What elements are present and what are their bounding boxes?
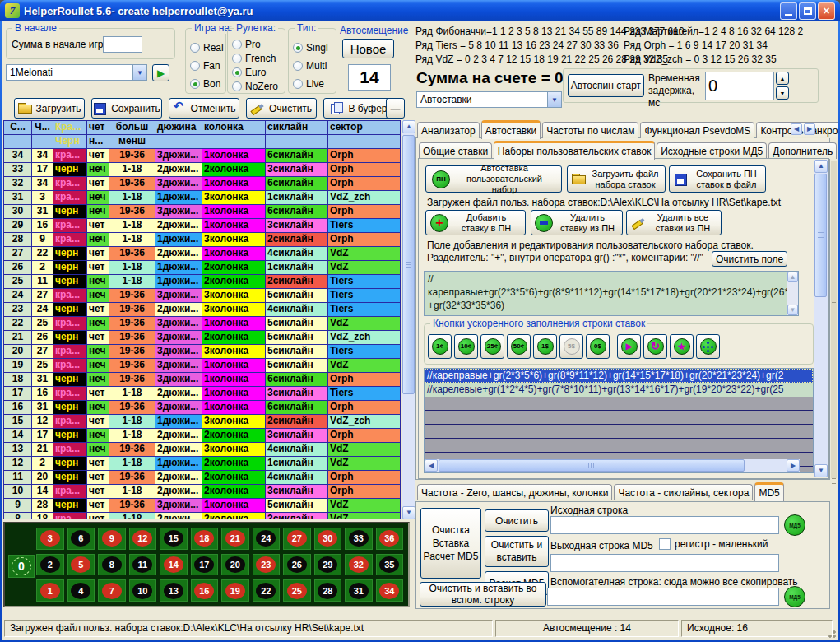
roulette-number-cell[interactable]: 10 (129, 579, 157, 602)
maximize-button[interactable] (799, 2, 816, 20)
checkbox-icon[interactable] (659, 538, 671, 550)
profile-combobox[interactable]: 1Melonati ▼ (6, 64, 147, 81)
table-row[interactable]: 3031черннеч19-363дюжи...1колонка6сиклайн… (4, 205, 401, 219)
scroll-up-icon[interactable]: ▲ (402, 120, 415, 133)
toolbar-button[interactable]: Сохранить (91, 98, 162, 119)
table-row[interactable]: 2225кра...неч19-363дюжи...1колонка5сикла… (4, 317, 401, 331)
list-item-empty[interactable] (425, 411, 813, 425)
md5-icon[interactable]: МД5 (784, 586, 805, 607)
table-row[interactable]: 1631черннеч19-363дюжи...1колонка6сиклайн… (4, 401, 401, 415)
scroll-up-icon[interactable]: ▲ (814, 160, 828, 173)
table-row[interactable]: 1321кра...неч19-362дюжи...3колонка4сикла… (4, 443, 401, 457)
tab[interactable]: Функционал PsevdoMS (640, 122, 754, 138)
autobets-combobox[interactable]: Автоставки ▼ (416, 91, 562, 108)
collapse-button[interactable]: — (386, 98, 405, 119)
quick-action-button[interactable] (696, 334, 720, 359)
coin-button[interactable]: 5$ (559, 334, 583, 359)
roulette-number-cell[interactable]: 21 (221, 528, 249, 550)
table-row[interactable]: 3317черннеч1-182дюжи...2колонка3сиклайнO… (4, 163, 401, 177)
list-item-empty[interactable] (425, 397, 813, 411)
roulette-number-cell[interactable]: 9 (98, 528, 126, 550)
panel-scrollbar-thumb[interactable] (814, 174, 827, 297)
roulette-number-cell[interactable]: 24 (253, 528, 281, 550)
scroll-right-icon[interactable]: ▶ (787, 459, 800, 472)
table-row[interactable]: 1120чернчет19-362дюжи...2колонка4сиклайн… (4, 471, 401, 485)
table-row[interactable]: 289кра...неч1-181дюжи...3колонка2сиклайн… (4, 233, 401, 247)
roulette-number-cell[interactable]: 35 (376, 554, 404, 576)
start-sum-input[interactable] (103, 36, 142, 53)
table-row[interactable]: 2427кра...неч19-363дюжи...3колонка5сикла… (4, 289, 401, 303)
roulette-number-cell[interactable]: 17 (191, 554, 219, 576)
spinner-up-icon[interactable]: ▲ (776, 72, 789, 85)
table-scrollbar[interactable]: ▲ ▼ (402, 120, 415, 519)
quick-action-button[interactable] (670, 334, 694, 359)
coin-button[interactable]: 10¢ (454, 334, 478, 359)
md5-big-button[interactable]: Очистка Вставка Расчет MD5 (420, 508, 481, 579)
md5-aux-input[interactable] (547, 588, 779, 606)
autoshift-new-button[interactable]: Новое (342, 39, 394, 58)
roulette-number-cell[interactable]: 5 (67, 554, 95, 576)
roulette-number-cell[interactable]: 19 (221, 579, 249, 602)
table-row[interactable]: 3234кра...чет19-363дюжи...1колонка6сикла… (4, 177, 401, 191)
table-row[interactable]: 818кра...чет1-182дюжи...3колонка3сиклайн… (4, 513, 401, 519)
scroll-left-icon[interactable]: ◀ (425, 459, 438, 472)
panel-scrollbar[interactable]: ▲ ▼ (814, 160, 828, 477)
radio-option[interactable]: French (232, 53, 285, 64)
roulette-number-cell[interactable]: 33 (345, 528, 373, 550)
tab[interactable]: Общие ставки (419, 142, 492, 159)
roulette-number-cell[interactable]: 2 (36, 554, 64, 576)
table-row[interactable]: 2511черннеч1-181дюжи...2колонка2сиклайнT… (4, 275, 401, 289)
list-item[interactable]: //карелевые+gr(1*2*4*5)+gr(7*8*10*11)+gr… (425, 383, 813, 397)
list-item-empty[interactable] (425, 425, 813, 439)
roulette-number-cell[interactable]: 18 (191, 528, 219, 550)
radio-option[interactable]: Bon (190, 78, 225, 90)
roulette-number-cell[interactable]: 34 (376, 579, 404, 602)
load-bets-file-button[interactable]: Загрузить файл набора ставок (567, 165, 666, 193)
table-row[interactable]: 2722чернчет19-362дюжи...1колонка4сиклайн… (4, 247, 401, 261)
table-row[interactable]: 262чернчет1-181дюжи...2колонка1сиклайнVd… (4, 261, 401, 275)
table-row[interactable]: 2324чернчет19-362дюжи...3колонка4сиклайн… (4, 303, 401, 317)
roulette-number-cell[interactable]: 26 (283, 554, 311, 576)
roulette-number-cell[interactable]: 29 (314, 554, 342, 576)
toolbar-button[interactable]: Отменить (169, 98, 239, 119)
coin-button[interactable]: 1¢ (428, 334, 452, 359)
table-row[interactable]: 122чернчет1-181дюжи...2колонка1сиклайнVd… (4, 457, 401, 471)
tab[interactable]: Анализатор (417, 122, 480, 138)
close-button[interactable]: × (818, 2, 835, 20)
table-row[interactable]: 313кра...неч1-181дюжи...3колонка1сиклайн… (4, 191, 401, 205)
delay-input[interactable] (705, 72, 774, 100)
coin-button[interactable]: 50¢ (507, 334, 531, 359)
table-row[interactable]: 2126чернчет19-363дюжи...2колонка5сиклайн… (4, 331, 401, 345)
register-checkbox-row[interactable]: регистр - маленький (659, 538, 768, 550)
roulette-number-cell[interactable]: 1 (36, 579, 64, 602)
table-row[interactable]: 1014кра...чет1-182дюжи...2колонка3сиклай… (4, 485, 401, 499)
chevron-down-icon[interactable]: ▼ (132, 65, 146, 80)
table-row[interactable]: 1831черннеч19-363дюжи...1колонка6сиклайн… (4, 373, 401, 387)
quick-action-button[interactable] (617, 334, 641, 359)
md5-clear-paste-button[interactable]: Очистить и вставить (485, 536, 549, 567)
radio-option[interactable]: Singl (293, 42, 336, 54)
delete-bet-button[interactable]: Удалить ставку из ПН (531, 210, 623, 235)
table-row[interactable]: 1925кра...неч19-363дюжи...1колонка5сикла… (4, 359, 401, 373)
tab[interactable]: Частота - Zero, шансы, дюжины, колонки (417, 484, 612, 500)
scroll-down-icon[interactable]: ▼ (787, 305, 798, 315)
roulette-number-cell[interactable]: 30 (314, 528, 342, 550)
tab[interactable]: Исходные строки МД5 (657, 142, 767, 159)
spinner-down-icon[interactable]: ▼ (776, 86, 789, 100)
scroll-down-icon[interactable]: ▼ (814, 464, 828, 477)
roulette-number-cell[interactable]: 28 (314, 579, 342, 602)
radio-option[interactable]: Real (190, 42, 225, 54)
tab[interactable]: Частоты по числам (542, 122, 638, 138)
delete-all-bets-button[interactable]: Удалить все ставки из ПН (626, 210, 722, 235)
roulette-number-cell[interactable]: 27 (283, 528, 311, 550)
table-scrollbar-thumb[interactable] (402, 135, 415, 394)
list-item-empty[interactable] (425, 439, 813, 453)
md5-output-input[interactable] (550, 554, 779, 572)
radio-option[interactable]: Live (293, 78, 336, 90)
quick-action-button[interactable] (643, 334, 667, 359)
radio-option[interactable]: NoZero (232, 81, 285, 92)
autobet-user-set-button[interactable]: ПН Автоставка пользовательский набор (425, 165, 562, 193)
table-row[interactable]: 3434кра...чет19-363дюжи...1колонка6сикла… (4, 149, 401, 163)
radio-option[interactable]: Multi (293, 60, 336, 72)
resize-grip[interactable] (826, 628, 836, 638)
